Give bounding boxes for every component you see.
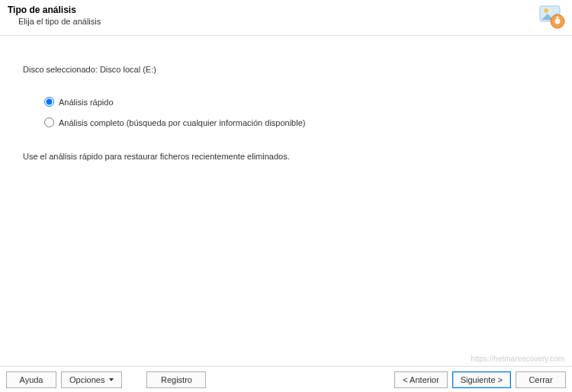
next-button-label: Siguiente > bbox=[461, 375, 503, 384]
radio-quick-label[interactable]: Análisis rápido bbox=[59, 98, 114, 107]
next-button[interactable]: Siguiente > bbox=[452, 371, 511, 388]
register-button[interactable]: Registro bbox=[146, 371, 206, 388]
radio-full-input[interactable] bbox=[44, 117, 54, 127]
help-button-label: Ayuda bbox=[20, 375, 43, 384]
page-subtitle: Elija el tipo de análisis bbox=[18, 17, 564, 26]
options-button-label: Opciones bbox=[69, 375, 104, 384]
footer-gap bbox=[127, 371, 142, 388]
wizard-content: Disco seleccionado: Disco local (E:) Aná… bbox=[0, 36, 572, 161]
radio-full-label[interactable]: Análisis completo (búsqueda por cualquie… bbox=[59, 118, 305, 127]
footer-left-group: Ayuda Opciones Registro bbox=[6, 371, 206, 388]
radio-full-analysis[interactable]: Análisis completo (búsqueda por cualquie… bbox=[44, 117, 549, 127]
back-button-label: < Anterior bbox=[403, 375, 439, 384]
options-button[interactable]: Opciones bbox=[61, 371, 122, 388]
wizard-header: Tipo de análisis Elija el tipo de anális… bbox=[0, 0, 572, 35]
watermark-link: https://hetmanrecovery.com bbox=[471, 355, 564, 363]
app-icon bbox=[538, 3, 566, 31]
radio-quick-analysis[interactable]: Análisis rápido bbox=[44, 97, 549, 107]
close-button[interactable]: Cerrar bbox=[516, 371, 566, 388]
footer-right-group: < Anterior Siguiente > Cerrar bbox=[394, 371, 566, 388]
help-button[interactable]: Ayuda bbox=[6, 371, 56, 388]
chevron-down-icon bbox=[109, 378, 114, 381]
radio-quick-input[interactable] bbox=[44, 97, 54, 107]
svg-point-3 bbox=[555, 19, 561, 24]
back-button[interactable]: < Anterior bbox=[394, 371, 447, 388]
hint-text: Use el análisis rápido para restaurar fi… bbox=[23, 152, 549, 161]
close-button-label: Cerrar bbox=[529, 375, 552, 384]
selected-disk-label: Disco seleccionado: Disco local (E:) bbox=[23, 65, 549, 74]
wizard-footer: Ayuda Opciones Registro < Anterior Sigui… bbox=[0, 367, 572, 392]
page-title: Tipo de análisis bbox=[8, 5, 564, 15]
analysis-options: Análisis rápido Análisis completo (búsqu… bbox=[44, 97, 549, 127]
register-button-label: Registro bbox=[161, 375, 192, 384]
svg-point-1 bbox=[544, 8, 548, 13]
